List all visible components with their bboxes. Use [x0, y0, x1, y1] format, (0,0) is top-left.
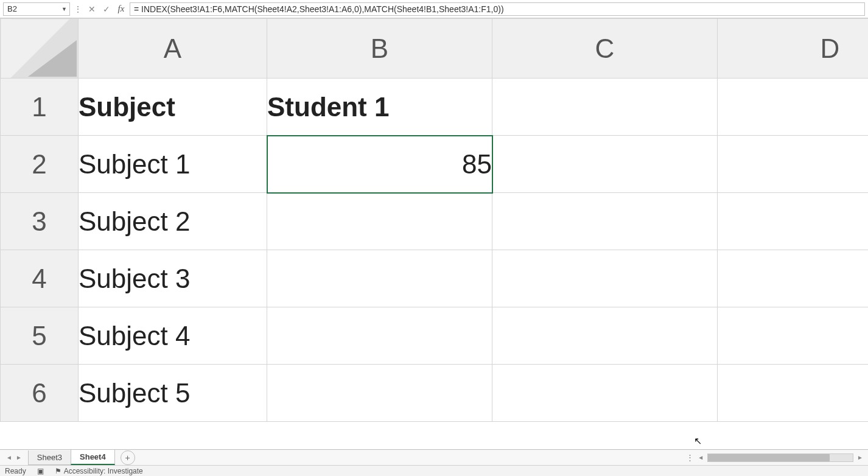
row-header-2[interactable]: 2 — [1, 136, 79, 193]
accessibility-button[interactable]: ⚑ Accessibility: Investigate — [55, 467, 143, 475]
cell-a5[interactable]: Subject 4 — [79, 307, 267, 365]
cell-c2[interactable] — [492, 136, 718, 193]
cell-b5[interactable] — [267, 307, 492, 365]
cell-c1[interactable] — [492, 79, 718, 136]
tab-nav-prev-icon[interactable]: ◄ — [6, 454, 12, 461]
cell-a6[interactable]: Subject 5 — [79, 365, 267, 422]
tab-nav-buttons: ◄ ► — [0, 454, 28, 461]
cell-b6[interactable] — [267, 365, 492, 422]
tab-label: Sheet4 — [80, 452, 106, 461]
cell-value: 85 — [462, 149, 492, 179]
name-box[interactable]: B2 ▼ — [3, 2, 70, 16]
cell-value: Subject — [79, 92, 175, 122]
tab-nav-next-icon[interactable]: ► — [16, 454, 22, 461]
scroll-left-icon[interactable]: ◄ — [698, 454, 704, 461]
cell-d6[interactable] — [718, 365, 869, 422]
status-ready: Ready — [5, 467, 26, 475]
row-header-4[interactable]: 4 — [1, 250, 79, 307]
cancel-button[interactable]: ✕ — [86, 3, 98, 15]
cell-value: Subject 5 — [79, 378, 190, 408]
cell-b1[interactable]: Student 1 — [267, 79, 492, 136]
cell-c6[interactable] — [492, 365, 718, 422]
cell-d2[interactable] — [718, 136, 869, 193]
cell-value: Subject 3 — [79, 264, 190, 293]
status-bar: Ready ▣ ⚑ Accessibility: Investigate — [0, 465, 868, 476]
accessibility-icon: ⚑ — [55, 467, 61, 475]
scroll-right-icon[interactable]: ► — [857, 454, 863, 461]
cell-b4[interactable] — [267, 250, 492, 307]
cell-d5[interactable] — [718, 307, 869, 365]
cell-d4[interactable] — [718, 250, 869, 307]
column-header-d[interactable]: D — [718, 19, 869, 79]
cell-a3[interactable]: Subject 2 — [79, 193, 267, 250]
cell-value: Subject 4 — [79, 321, 190, 351]
enter-button[interactable]: ✓ — [100, 3, 113, 15]
sheet-tab-strip: ◄ ► Sheet3 Sheet4 + ⋮ ◄ ► — [0, 449, 868, 465]
x-icon: ✕ — [88, 4, 96, 14]
row-label: 3 — [32, 206, 46, 236]
tab-sheet3[interactable]: Sheet3 — [28, 450, 71, 465]
tab-options-icon[interactable]: ⋮ — [686, 453, 694, 462]
formula-input[interactable]: = INDEX(Sheet3!A1:F6,MATCH(Sheet4!A2,She… — [130, 2, 865, 16]
formula-text: = INDEX(Sheet3!A1:F6,MATCH(Sheet4!A2,She… — [134, 4, 504, 14]
row-header-3[interactable]: 3 — [1, 193, 79, 250]
insert-function-button[interactable]: fx — [115, 3, 127, 15]
cell-value: Subject 2 — [79, 206, 190, 236]
check-icon: ✓ — [103, 4, 110, 14]
name-box-value: B2 — [7, 4, 17, 13]
select-all-corner[interactable] — [1, 19, 79, 79]
row-label: 1 — [32, 92, 46, 122]
row-label: 6 — [32, 378, 46, 408]
new-sheet-button[interactable]: + — [121, 450, 135, 465]
cell-value: Subject 1 — [79, 149, 190, 179]
cell-c5[interactable] — [492, 307, 718, 365]
row-header-1[interactable]: 1 — [1, 79, 79, 136]
cell-a1[interactable]: Subject — [79, 79, 267, 136]
macro-record-icon[interactable]: ▣ — [37, 467, 44, 475]
scrollbar-thumb[interactable] — [708, 454, 830, 461]
horizontal-scrollbar[interactable] — [707, 453, 853, 462]
accessibility-label: Accessibility: Investigate — [64, 467, 143, 475]
column-label: D — [821, 33, 840, 63]
row-label: 5 — [32, 321, 46, 351]
tab-label: Sheet3 — [37, 453, 62, 462]
cell-b3[interactable] — [267, 193, 492, 250]
plus-icon: + — [125, 453, 130, 463]
tab-sheet4[interactable]: Sheet4 — [71, 450, 115, 465]
row-header-5[interactable]: 5 — [1, 307, 79, 365]
cell-value: Student 1 — [267, 92, 389, 122]
sheet-tabs: Sheet3 Sheet4 — [28, 450, 114, 465]
column-label: C — [595, 33, 615, 63]
cell-d1[interactable] — [718, 79, 869, 136]
row-label: 4 — [32, 264, 46, 293]
row-label: 2 — [32, 149, 46, 179]
column-label: B — [371, 33, 388, 63]
row-header-6[interactable]: 6 — [1, 365, 79, 422]
column-header-a[interactable]: A — [79, 19, 267, 79]
column-label: A — [164, 33, 181, 63]
spreadsheet-grid[interactable]: A B C D 1 Subject Student 1 2 Subject 1 … — [0, 18, 868, 444]
formula-bar: B2 ▼ ⋮ ✕ ✓ fx = INDEX(Sheet3!A1:F6,MATCH… — [0, 0, 868, 18]
fx-icon: fx — [118, 4, 125, 14]
cell-c4[interactable] — [492, 250, 718, 307]
cell-d3[interactable] — [718, 193, 869, 250]
separator-icon: ⋮ — [72, 4, 83, 14]
cell-c3[interactable] — [492, 193, 718, 250]
chevron-down-icon[interactable]: ▼ — [61, 6, 67, 12]
column-header-b[interactable]: B — [267, 19, 492, 79]
select-all-triangle-icon — [28, 40, 77, 77]
column-header-c[interactable]: C — [492, 19, 718, 79]
cell-a2[interactable]: Subject 1 — [79, 136, 267, 193]
cell-a4[interactable]: Subject 3 — [79, 250, 267, 307]
cell-b2[interactable]: 85 — [267, 136, 492, 193]
